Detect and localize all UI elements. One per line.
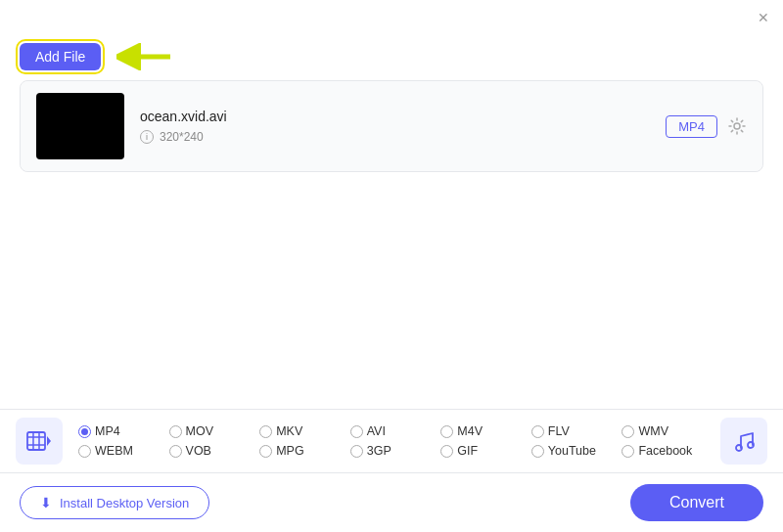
format-gif[interactable]: GIF [440,444,531,458]
download-icon: ⬇ [40,495,52,510]
radio-wmv[interactable] [622,425,634,438]
file-thumbnail [36,93,124,159]
format-facebook[interactable]: Facebook [622,444,713,458]
audio-format-tab[interactable] [720,418,767,465]
video-format-tab[interactable] [16,418,63,465]
gear-icon [727,116,747,136]
close-button[interactable]: ✕ [756,10,771,25]
arrow-icon [116,43,175,70]
format-3gp[interactable]: 3GP [350,444,441,458]
format-flv[interactable]: FLV [531,424,622,438]
music-icon [731,428,757,454]
svg-point-2 [734,123,740,129]
format-avi[interactable]: AVI [350,424,441,438]
file-item: ocean.xvid.avi i 320*240 MP4 [21,81,762,171]
format-m4v[interactable]: M4V [440,424,531,438]
settings-button[interactable] [727,116,747,136]
svg-rect-3 [27,432,45,450]
format-wmv[interactable]: WMV [622,424,713,438]
title-bar: ✕ [0,0,783,35]
file-name: ocean.xvid.avi [140,109,650,124]
radio-m4v[interactable] [440,425,453,438]
format-vob[interactable]: VOB [169,444,260,458]
content-area [0,172,783,387]
footer: ⬇ Install Desktop Version Convert [0,473,783,532]
radio-mkv[interactable] [259,425,272,438]
radio-youtube[interactable] [531,445,544,458]
video-icon [25,427,53,455]
file-resolution: 320*240 [160,130,204,144]
radio-webm[interactable] [78,445,91,458]
radio-mp4[interactable] [78,425,91,438]
radio-vob[interactable] [169,445,182,458]
format-mpg[interactable]: MPG [259,444,350,458]
format-options: MP4 MOV MKV AVI M4V FLV WMV WEBM [78,424,713,458]
install-label: Install Desktop Version [60,496,189,510]
install-desktop-button[interactable]: ⬇ Install Desktop Version [20,486,209,519]
format-webm[interactable]: WEBM [78,444,169,458]
radio-mov[interactable] [169,425,182,438]
format-mkv[interactable]: MKV [259,424,350,438]
radio-flv[interactable] [531,425,544,438]
format-badge[interactable]: MP4 [666,115,717,138]
info-icon: i [140,130,154,144]
format-selector: MP4 MOV MKV AVI M4V FLV WMV WEBM [0,409,783,473]
convert-button[interactable]: Convert [630,484,763,521]
add-file-area: Add File [0,35,783,80]
radio-mpg[interactable] [259,445,272,458]
radio-gif[interactable] [440,445,453,458]
format-mov[interactable]: MOV [169,424,260,438]
file-list: ocean.xvid.avi i 320*240 MP4 [20,80,763,172]
radio-avi[interactable] [350,425,363,438]
format-youtube[interactable]: YouTube [531,444,622,458]
radio-3gp[interactable] [350,445,363,458]
arrow-indicator [116,43,175,70]
file-actions: MP4 [666,115,747,138]
file-meta: i 320*240 [140,130,650,144]
format-mp4[interactable]: MP4 [78,424,169,438]
add-file-button[interactable]: Add File [20,43,101,70]
file-info: ocean.xvid.avi i 320*240 [140,109,650,144]
radio-facebook[interactable] [622,445,634,458]
